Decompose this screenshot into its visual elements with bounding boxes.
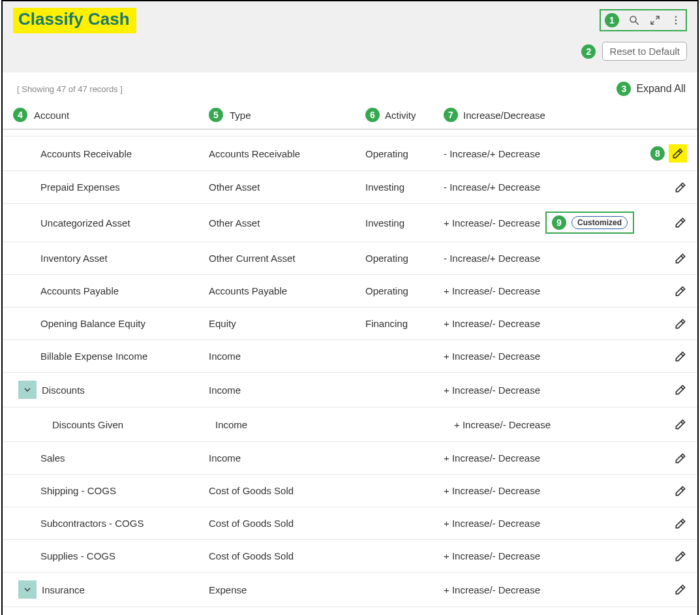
record-count: [ Showing 47 of 47 records ] — [17, 84, 123, 94]
type-cell: Accounts Receivable — [209, 148, 365, 159]
svg-point-6 — [675, 23, 677, 24]
edit-icon[interactable] — [674, 181, 687, 194]
edit-icon[interactable] — [674, 350, 687, 363]
edit-icon[interactable] — [674, 484, 687, 497]
callout-2: 2 — [581, 44, 596, 59]
search-icon[interactable] — [628, 14, 640, 26]
account-name: Inventory Asset — [13, 253, 108, 264]
svg-line-12 — [681, 321, 683, 323]
column-activity[interactable]: Activity — [385, 110, 416, 121]
incdec-cell: + Increase/- Decrease — [444, 318, 540, 329]
type-cell: Other Current Asset — [209, 253, 365, 264]
account-name: Insurance — [42, 584, 85, 595]
chevron-down-icon[interactable] — [18, 580, 37, 599]
edit-icon[interactable] — [674, 216, 687, 229]
header-bar: Classify Cash 1 2 Reset to Default — [3, 1, 697, 72]
table-row: SalesIncome+ Increase/- Decrease — [3, 442, 697, 475]
expand-all-control[interactable]: 3 Expand All — [616, 82, 686, 96]
account-name: Discounts — [42, 385, 85, 396]
account-name: Accounts Payable — [13, 285, 119, 296]
callout-9: 9 — [552, 215, 566, 230]
incdec-cell: + Increase/- Decrease — [444, 518, 540, 529]
svg-point-5 — [675, 20, 677, 21]
column-incdec[interactable]: Increase/Decrease — [463, 110, 545, 121]
callout-6: 6 — [365, 108, 380, 122]
svg-line-9 — [681, 220, 683, 222]
edit-icon[interactable] — [674, 418, 687, 431]
expand-icon[interactable] — [649, 14, 661, 26]
column-type[interactable]: Type — [230, 110, 251, 121]
type-cell: Income — [209, 452, 365, 464]
table-row: InsuranceExpense+ Increase/- Decrease — [3, 573, 697, 607]
table-row: Insurance - DisabilityExpense+ Increase/… — [3, 607, 697, 615]
account-name: Sales — [13, 452, 65, 464]
activity-cell: Investing — [365, 217, 444, 229]
table-row: DiscountsIncome+ Increase/- Decrease — [3, 373, 697, 407]
incdec-cell: + Increase/- Decrease — [444, 419, 551, 430]
type-cell: Other Asset — [209, 217, 365, 229]
incdec-cell: + Increase/- Decrease — [444, 584, 540, 595]
account-name: Subcontractors - COGS — [13, 518, 144, 529]
incdec-cell: - Increase/+ Decrease — [444, 253, 540, 264]
account-name: Opening Balance Equity — [13, 318, 145, 329]
edit-icon[interactable] — [674, 583, 687, 596]
callout-7: 7 — [444, 108, 458, 122]
customized-badge: Customized — [571, 216, 628, 229]
table-row: Inventory AssetOther Current AssetOperat… — [3, 242, 697, 275]
svg-line-13 — [681, 353, 683, 355]
table-row: Billable Expense IncomeIncome+ Increase/… — [3, 340, 697, 373]
edit-icon[interactable] — [674, 550, 687, 563]
callout-3: 3 — [616, 82, 631, 96]
svg-line-17 — [681, 488, 683, 490]
page-title: Classify Cash — [18, 9, 130, 29]
incdec-cell: + Increase/- Decrease — [444, 485, 540, 496]
reset-row: 2 Reset to Default — [581, 42, 687, 61]
svg-line-8 — [681, 184, 683, 186]
account-name: Shipping - COGS — [13, 485, 116, 496]
callout-4: 4 — [13, 108, 27, 122]
edit-icon[interactable] — [674, 252, 687, 265]
callout-5: 5 — [209, 108, 223, 122]
chevron-down-icon[interactable] — [18, 381, 37, 399]
activity-cell: Financing — [365, 318, 444, 329]
account-name: Accounts Receivable — [13, 148, 132, 159]
activity-cell: Operating — [365, 285, 444, 296]
incdec-cell: + Increase/- Decrease — [444, 285, 540, 296]
table-row: Prepaid ExpensesOther AssetInvesting- In… — [3, 171, 697, 204]
incdec-cell: + Increase/- Decrease — [444, 351, 540, 362]
activity-cell: Operating — [365, 253, 444, 264]
toolbar-callout-frame: 1 — [600, 9, 687, 31]
type-cell: Accounts Payable — [209, 285, 365, 296]
activity-cell: Investing — [365, 181, 444, 193]
account-name: Supplies - COGS — [13, 550, 115, 561]
svg-line-20 — [681, 587, 683, 589]
svg-point-4 — [675, 16, 677, 18]
incdec-cell: + Increase/- Decrease — [444, 550, 540, 561]
svg-line-14 — [681, 387, 683, 389]
edit-icon[interactable] — [674, 285, 687, 298]
account-name: Uncategorized Asset — [13, 217, 130, 229]
type-cell: Other Asset — [209, 181, 365, 193]
table-row: Uncategorized AssetOther AssetInvesting+… — [3, 204, 697, 242]
svg-point-0 — [630, 16, 636, 22]
svg-line-1 — [635, 22, 639, 25]
svg-line-15 — [681, 422, 683, 424]
edit-icon[interactable] — [674, 317, 687, 330]
incdec-cell: + Increase/- Decrease — [444, 217, 540, 229]
edit-icon[interactable] — [671, 147, 684, 160]
account-name: Prepaid Expenses — [13, 181, 120, 193]
type-cell: Income — [209, 385, 365, 396]
column-account[interactable]: Account — [34, 110, 69, 121]
reset-to-default-button[interactable]: Reset to Default — [602, 42, 687, 61]
more-menu-icon[interactable] — [670, 14, 682, 26]
table-row: Subcontractors - COGSCost of Goods Sold+… — [3, 507, 697, 540]
edit-icon[interactable] — [674, 383, 687, 396]
edit-icon[interactable] — [674, 452, 687, 465]
incdec-cell: - Increase/+ Decrease — [444, 181, 540, 193]
title-highlight: Classify Cash — [13, 8, 136, 33]
edit-icon[interactable] — [674, 517, 687, 530]
table-row: Shipping - COGSCost of Goods Sold+ Incre… — [3, 475, 697, 507]
table-row: Discounts GivenIncome+ Increase/- Decrea… — [3, 407, 697, 442]
table-row: Opening Balance EquityEquityFinancing+ I… — [3, 308, 697, 340]
account-name: Discounts Given — [13, 419, 123, 430]
